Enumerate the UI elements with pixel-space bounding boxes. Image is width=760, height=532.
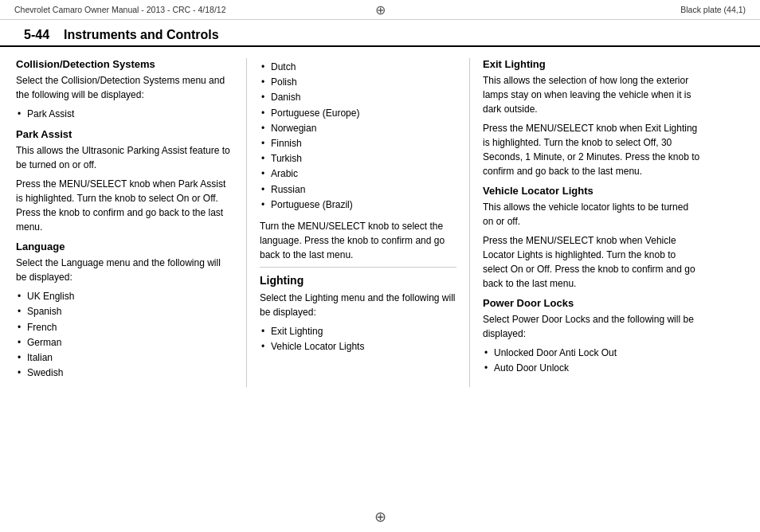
exit-lighting-heading: Exit Lighting: [483, 58, 701, 70]
column-middle: Dutch Polish Danish Portuguese (Europe) …: [247, 58, 470, 387]
page-title: Instruments and Controls: [64, 28, 219, 42]
lighting-section: Lighting Select the Lighting menu and th…: [260, 267, 456, 354]
language-bullets-middle: Dutch Polish Danish Portuguese (Europe) …: [260, 60, 456, 213]
page-title-bar: 5-44 Instruments and Controls: [0, 20, 760, 47]
list-item: Danish: [260, 90, 456, 105]
collision-text: Select the Collision/Detection Systems m…: [16, 73, 233, 102]
list-item: Turkish: [260, 151, 456, 166]
power-door-bullets: Unlocked Door Anti Lock Out Auto Door Un…: [483, 346, 701, 376]
page-wrapper: Chevrolet Camaro Owner Manual - 2013 - C…: [0, 0, 760, 532]
lighting-heading: Lighting: [260, 274, 456, 287]
vehicle-locator-text2: Press the MENU/SELECT knob when Vehicle …: [483, 233, 701, 291]
language-text: Select the Language menu and the followi…: [16, 256, 233, 284]
content-area: Collision/Detection Systems Select the C…: [0, 58, 760, 387]
list-item: Exit Lighting: [260, 324, 456, 339]
vehicle-locator-text1: This allows the vehicle locator lights t…: [483, 200, 701, 229]
park-assist-text1: This allows the Ultrasonic Parking Assis…: [16, 143, 233, 172]
list-item: Auto Door Unlock: [483, 361, 701, 376]
list-item: Portuguese (Brazil): [260, 198, 456, 213]
list-item: Russian: [260, 182, 456, 198]
column-right: Exit Lighting This allows the selection …: [470, 58, 701, 387]
page-number: 5-44: [24, 28, 49, 42]
language-bullets-left: UK English Spanish French German Italian…: [16, 289, 233, 381]
top-header: Chevrolet Camaro Owner Manual - 2013 - C…: [0, 0, 760, 20]
park-assist-text2: Press the MENU/SELECT knob when Park Ass…: [16, 177, 233, 234]
exit-lighting-text1: This allows the selection of how long th…: [483, 73, 701, 116]
list-item: German: [16, 335, 233, 350]
crosshair-bottom: ⊕: [374, 508, 386, 526]
list-item: Dutch: [260, 60, 456, 75]
list-item: Norwegian: [260, 121, 456, 136]
list-item: Italian: [16, 350, 233, 366]
list-item: Polish: [260, 75, 456, 90]
list-item: Finnish: [260, 136, 456, 151]
collision-bullets: Park Assist: [16, 107, 233, 122]
vehicle-locator-heading: Vehicle Locator Lights: [483, 185, 701, 197]
list-item: UK English: [16, 289, 233, 304]
power-door-heading: Power Door Locks: [483, 297, 701, 309]
list-item: Vehicle Locator Lights: [260, 339, 456, 354]
list-item: Swedish: [16, 366, 233, 381]
collision-heading: Collision/Detection Systems: [16, 58, 233, 70]
list-item: Portuguese (Europe): [260, 106, 456, 121]
lighting-bullets: Exit Lighting Vehicle Locator Lights: [260, 324, 456, 354]
list-item: French: [16, 320, 233, 335]
list-item: Arabic: [260, 166, 456, 182]
header-left: Chevrolet Camaro Owner Manual - 2013 - C…: [14, 5, 226, 14]
exit-lighting-text2: Press the MENU/SELECT knob when Exit Lig…: [483, 121, 701, 178]
language-heading: Language: [16, 241, 233, 252]
lighting-text: Select the Lighting menu and the followi…: [260, 291, 456, 319]
crosshair-top: ⊕: [375, 2, 386, 18]
list-item: Park Assist: [16, 107, 233, 122]
power-door-text: Select Power Door Locks and the followin…: [483, 312, 701, 341]
list-item: Unlocked Door Anti Lock Out: [483, 346, 701, 361]
column-left: Collision/Detection Systems Select the C…: [16, 58, 247, 387]
park-assist-heading: Park Assist: [16, 128, 233, 140]
list-item: Spanish: [16, 304, 233, 319]
header-right: Black plate (44,1): [680, 5, 746, 14]
language-footer: Turn the MENU/SELECT knob to select the …: [260, 219, 456, 262]
